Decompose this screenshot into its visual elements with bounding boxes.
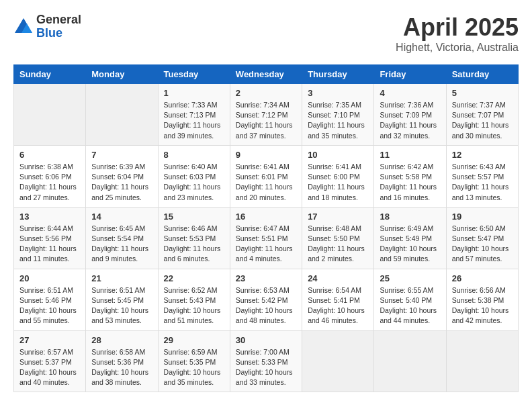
week-row-1: 1Sunrise: 7:33 AM Sunset: 7:13 PM Daylig… xyxy=(14,84,519,146)
day-number: 29 xyxy=(164,335,224,345)
week-row-3: 13Sunrise: 6:44 AM Sunset: 5:56 PM Dayli… xyxy=(14,207,519,269)
day-info: Sunrise: 6:54 AM Sunset: 5:41 PM Dayligh… xyxy=(308,285,368,326)
day-info: Sunrise: 6:49 AM Sunset: 5:49 PM Dayligh… xyxy=(380,224,440,265)
logo: General Blue xyxy=(13,13,81,40)
day-cell: 3Sunrise: 7:35 AM Sunset: 7:10 PM Daylig… xyxy=(302,84,374,146)
day-number: 19 xyxy=(452,212,513,222)
header-row: SundayMondayTuesdayWednesdayThursdayFrid… xyxy=(14,65,519,84)
day-number: 24 xyxy=(308,273,368,283)
day-cell: 8Sunrise: 6:40 AM Sunset: 6:03 PM Daylig… xyxy=(158,145,230,207)
day-cell: 16Sunrise: 6:47 AM Sunset: 5:51 PM Dayli… xyxy=(230,207,302,269)
day-cell: 24Sunrise: 6:54 AM Sunset: 5:41 PM Dayli… xyxy=(302,269,374,330)
day-number: 17 xyxy=(308,212,368,222)
week-row-2: 6Sunrise: 6:38 AM Sunset: 6:06 PM Daylig… xyxy=(14,145,519,207)
day-number: 13 xyxy=(19,212,80,222)
day-info: Sunrise: 6:48 AM Sunset: 5:50 PM Dayligh… xyxy=(308,224,368,265)
location: Highett, Victoria, Australia xyxy=(396,42,519,54)
day-number: 9 xyxy=(236,150,296,160)
day-info: Sunrise: 6:58 AM Sunset: 5:36 PM Dayligh… xyxy=(91,347,152,388)
day-info: Sunrise: 6:41 AM Sunset: 6:01 PM Dayligh… xyxy=(236,162,296,203)
day-cell: 10Sunrise: 6:41 AM Sunset: 6:00 PM Dayli… xyxy=(302,145,374,207)
day-info: Sunrise: 7:33 AM Sunset: 7:13 PM Dayligh… xyxy=(164,100,224,141)
day-cell: 15Sunrise: 6:46 AM Sunset: 5:53 PM Dayli… xyxy=(158,207,230,269)
day-cell xyxy=(302,330,374,392)
day-cell: 23Sunrise: 6:53 AM Sunset: 5:42 PM Dayli… xyxy=(230,269,302,330)
day-info: Sunrise: 6:50 AM Sunset: 5:47 PM Dayligh… xyxy=(452,224,513,265)
day-info: Sunrise: 6:57 AM Sunset: 5:37 PM Dayligh… xyxy=(19,347,80,388)
day-number: 5 xyxy=(452,88,513,98)
day-number: 28 xyxy=(91,335,152,345)
day-cell: 7Sunrise: 6:39 AM Sunset: 6:04 PM Daylig… xyxy=(86,145,158,207)
day-info: Sunrise: 6:44 AM Sunset: 5:56 PM Dayligh… xyxy=(19,224,80,265)
day-cell xyxy=(14,84,86,146)
day-number: 7 xyxy=(91,150,152,160)
month-title: April 2025 xyxy=(396,13,519,42)
day-cell: 18Sunrise: 6:49 AM Sunset: 5:49 PM Dayli… xyxy=(374,207,446,269)
day-cell: 12Sunrise: 6:43 AM Sunset: 5:57 PM Dayli… xyxy=(446,145,518,207)
day-number: 26 xyxy=(452,273,513,283)
col-header-thursday: Thursday xyxy=(302,65,374,84)
day-cell: 14Sunrise: 6:45 AM Sunset: 5:54 PM Dayli… xyxy=(86,207,158,269)
day-info: Sunrise: 6:42 AM Sunset: 5:58 PM Dayligh… xyxy=(380,162,440,203)
day-info: Sunrise: 6:51 AM Sunset: 5:46 PM Dayligh… xyxy=(19,285,80,326)
day-number: 14 xyxy=(91,212,152,222)
day-cell: 26Sunrise: 6:56 AM Sunset: 5:38 PM Dayli… xyxy=(446,269,518,330)
day-number: 6 xyxy=(19,150,80,160)
day-cell xyxy=(86,84,158,146)
day-cell: 27Sunrise: 6:57 AM Sunset: 5:37 PM Dayli… xyxy=(14,330,86,392)
col-header-friday: Friday xyxy=(374,65,446,84)
day-info: Sunrise: 6:41 AM Sunset: 6:00 PM Dayligh… xyxy=(308,162,368,203)
day-cell: 11Sunrise: 6:42 AM Sunset: 5:58 PM Dayli… xyxy=(374,145,446,207)
day-cell: 29Sunrise: 6:59 AM Sunset: 5:35 PM Dayli… xyxy=(158,330,230,392)
week-row-5: 27Sunrise: 6:57 AM Sunset: 5:37 PM Dayli… xyxy=(14,330,519,392)
day-cell: 4Sunrise: 7:36 AM Sunset: 7:09 PM Daylig… xyxy=(374,84,446,146)
title-block: April 2025 Highett, Victoria, Australia xyxy=(396,13,519,54)
day-number: 22 xyxy=(164,273,224,283)
day-number: 21 xyxy=(91,273,152,283)
day-number: 2 xyxy=(236,88,296,98)
day-number: 4 xyxy=(380,88,440,98)
day-info: Sunrise: 6:40 AM Sunset: 6:03 PM Dayligh… xyxy=(164,162,224,203)
day-number: 8 xyxy=(164,150,224,160)
week-row-4: 20Sunrise: 6:51 AM Sunset: 5:46 PM Dayli… xyxy=(14,269,519,330)
day-cell: 13Sunrise: 6:44 AM Sunset: 5:56 PM Dayli… xyxy=(14,207,86,269)
day-number: 10 xyxy=(308,150,368,160)
day-info: Sunrise: 6:52 AM Sunset: 5:43 PM Dayligh… xyxy=(164,285,224,326)
day-info: Sunrise: 6:59 AM Sunset: 5:35 PM Dayligh… xyxy=(164,347,224,388)
col-header-monday: Monday xyxy=(86,65,158,84)
day-number: 16 xyxy=(236,212,296,222)
day-number: 23 xyxy=(236,273,296,283)
day-info: Sunrise: 7:36 AM Sunset: 7:09 PM Dayligh… xyxy=(380,100,440,141)
day-number: 11 xyxy=(380,150,440,160)
day-cell: 6Sunrise: 6:38 AM Sunset: 6:06 PM Daylig… xyxy=(14,145,86,207)
day-number: 12 xyxy=(452,150,513,160)
day-cell: 28Sunrise: 6:58 AM Sunset: 5:36 PM Dayli… xyxy=(86,330,158,392)
day-cell: 19Sunrise: 6:50 AM Sunset: 5:47 PM Dayli… xyxy=(446,207,518,269)
day-info: Sunrise: 6:45 AM Sunset: 5:54 PM Dayligh… xyxy=(91,224,152,265)
day-info: Sunrise: 7:35 AM Sunset: 7:10 PM Dayligh… xyxy=(308,100,368,141)
day-number: 3 xyxy=(308,88,368,98)
day-info: Sunrise: 6:47 AM Sunset: 5:51 PM Dayligh… xyxy=(236,224,296,265)
logo-general: General xyxy=(36,13,81,27)
calendar-table: SundayMondayTuesdayWednesdayThursdayFrid… xyxy=(13,64,519,392)
day-number: 27 xyxy=(19,335,80,345)
page: General Blue April 2025 Highett, Victori… xyxy=(0,0,532,406)
day-info: Sunrise: 7:00 AM Sunset: 5:33 PM Dayligh… xyxy=(236,347,296,388)
day-info: Sunrise: 6:51 AM Sunset: 5:45 PM Dayligh… xyxy=(91,285,152,326)
day-info: Sunrise: 7:37 AM Sunset: 7:07 PM Dayligh… xyxy=(452,100,513,141)
day-cell xyxy=(446,330,518,392)
day-info: Sunrise: 6:56 AM Sunset: 5:38 PM Dayligh… xyxy=(452,285,513,326)
logo-icon xyxy=(13,17,34,37)
col-header-wednesday: Wednesday xyxy=(230,65,302,84)
day-cell: 21Sunrise: 6:51 AM Sunset: 5:45 PM Dayli… xyxy=(86,269,158,330)
day-info: Sunrise: 7:34 AM Sunset: 7:12 PM Dayligh… xyxy=(236,100,296,141)
day-number: 15 xyxy=(164,212,224,222)
day-number: 30 xyxy=(236,335,296,345)
header: General Blue April 2025 Highett, Victori… xyxy=(13,13,519,54)
day-info: Sunrise: 6:55 AM Sunset: 5:40 PM Dayligh… xyxy=(380,285,440,326)
logo-blue: Blue xyxy=(36,27,81,40)
day-info: Sunrise: 6:46 AM Sunset: 5:53 PM Dayligh… xyxy=(164,224,224,265)
day-cell: 17Sunrise: 6:48 AM Sunset: 5:50 PM Dayli… xyxy=(302,207,374,269)
day-cell: 5Sunrise: 7:37 AM Sunset: 7:07 PM Daylig… xyxy=(446,84,518,146)
day-number: 20 xyxy=(19,273,80,283)
